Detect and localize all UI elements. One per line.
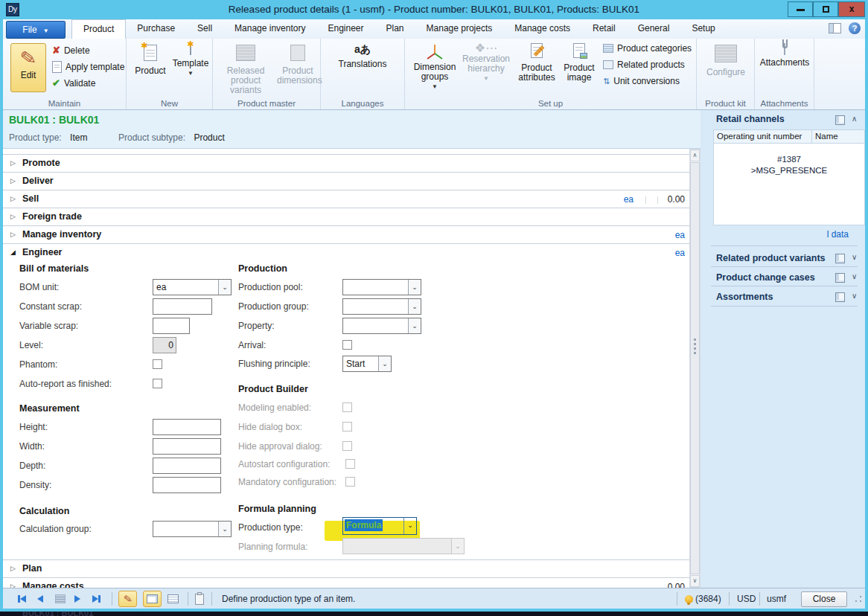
factbox-menu-icon[interactable] <box>835 254 845 263</box>
factbox-menu-icon[interactable] <box>835 292 845 302</box>
variable-scrap-input[interactable] <box>153 318 190 334</box>
measurement-header: Measurement <box>19 403 80 414</box>
product-image-button[interactable]: Product image <box>560 43 599 83</box>
chevron-down-icon[interactable]: ⌄ <box>378 356 391 371</box>
details-view-button[interactable] <box>143 591 162 607</box>
tab-sell[interactable]: Sell <box>186 19 223 39</box>
expand-chevron-icon[interactable]: ∨ <box>852 253 857 261</box>
new-product-button[interactable]: ✱ Product <box>131 45 170 76</box>
close-button[interactable]: Close <box>801 591 847 607</box>
chevron-down-icon[interactable]: ⌄ <box>408 280 421 295</box>
tab-general[interactable]: General <box>627 19 681 39</box>
density-input[interactable] <box>153 477 221 493</box>
fasttab-deliver[interactable]: ▷ Deliver <box>3 173 689 190</box>
tab-product[interactable]: Product <box>71 19 126 39</box>
company-indicator[interactable]: usmf <box>767 588 786 609</box>
translations-button[interactable]: aあ Translations <box>336 45 389 69</box>
chevron-down-icon[interactable]: ⌄ <box>218 280 231 295</box>
production-group-select[interactable]: ⌄ <box>342 298 421 315</box>
go-to-next-button[interactable] <box>74 588 80 609</box>
retail-channels-header[interactable]: Retail channels <box>716 114 785 124</box>
dimension-groups-button[interactable]: Dimension groups▼ <box>411 43 459 92</box>
data-link[interactable]: l data <box>827 229 849 240</box>
tab-engineer[interactable]: Engineer <box>316 19 374 39</box>
scroll-down-button[interactable]: ∨ <box>690 575 700 587</box>
product-categories-button[interactable]: Product categories <box>603 43 692 54</box>
edit-mode-button[interactable]: ✎ <box>118 591 137 607</box>
phantom-checkbox[interactable] <box>153 359 162 369</box>
expand-chevron-icon[interactable]: ∨ <box>852 292 857 300</box>
tab-manage-costs[interactable]: Manage costs <box>503 19 581 39</box>
close-window-button[interactable]: x <box>838 1 865 17</box>
fasttab-manage-inventory[interactable]: ▷ Manage inventory ea <box>3 226 689 244</box>
engineer-unit-link[interactable]: ea <box>675 248 685 258</box>
factbox-menu-icon[interactable] <box>835 273 845 283</box>
fasttab-promote[interactable]: ▷ Promote <box>3 155 689 173</box>
constant-scrap-input[interactable] <box>153 298 212 315</box>
arrival-checkbox[interactable] <box>342 340 352 350</box>
manage-inventory-unit-link[interactable]: ea <box>675 230 685 240</box>
height-input[interactable] <box>153 419 221 435</box>
scroll-up-button[interactable]: ∧ <box>690 150 700 161</box>
chevron-down-icon[interactable]: ⌄ <box>403 518 416 534</box>
grid-view-shortcut-icon[interactable] <box>55 588 66 609</box>
go-to-first-button[interactable] <box>18 588 26 609</box>
file-menu-button[interactable]: File▼ <box>6 21 66 39</box>
vertical-scrollbar[interactable]: ∧ ∨ <box>689 149 701 588</box>
expand-chevron-icon[interactable]: ∨ <box>852 272 857 280</box>
depth-input[interactable] <box>153 458 221 474</box>
fasttab-plan[interactable]: ▷ Plan <box>3 559 689 578</box>
new-template-button[interactable]: ✱ Template ▼ <box>170 45 211 78</box>
column-header-operating-unit[interactable]: Operating unit number <box>713 129 812 144</box>
collapse-chevron-icon[interactable]: ∧ <box>852 115 857 123</box>
resize-grip[interactable] <box>854 594 863 603</box>
tab-manage-inventory[interactable]: Manage inventory <box>223 19 316 39</box>
width-input[interactable] <box>153 438 221 455</box>
factbox-menu-icon[interactable] <box>835 115 845 125</box>
fasttab-engineer[interactable]: ◢ Engineer ea <box>3 244 689 262</box>
apply-template-button[interactable]: Apply template <box>52 61 124 73</box>
production-header: Production <box>238 263 287 274</box>
tab-manage-projects[interactable]: Manage projects <box>415 19 504 39</box>
fasttab-manage-costs[interactable]: ▷ Manage costs 0.00 <box>3 578 689 588</box>
edit-button[interactable]: ✎ Edit <box>10 43 46 92</box>
attachments-status-button[interactable] <box>195 588 204 609</box>
flushing-principle-select[interactable]: Start ⌄ <box>342 356 392 372</box>
go-to-last-button[interactable] <box>92 588 100 609</box>
tab-setup[interactable]: Setup <box>680 19 726 39</box>
calculation-group-select[interactable]: ⌄ <box>153 521 232 537</box>
calculation-header: Calculation <box>19 506 69 516</box>
chevron-down-icon[interactable]: ⌄ <box>408 299 421 314</box>
tab-purchase[interactable]: Purchase <box>126 19 186 39</box>
bom-unit-select[interactable]: ea ⌄ <box>153 279 232 295</box>
chevron-down-icon[interactable]: ⌄ <box>408 318 421 333</box>
help-icon[interactable]: ? <box>849 22 861 34</box>
attachments-button[interactable]: Attachments <box>758 45 811 68</box>
column-header-name[interactable]: Name <box>811 129 865 144</box>
fasttab-sell[interactable]: ▷ Sell ea 0.00 <box>3 190 689 208</box>
production-pool-select[interactable]: ⌄ <box>342 279 421 295</box>
delete-button[interactable]: ✘Delete <box>52 45 90 56</box>
currency-indicator[interactable]: USD <box>737 588 756 609</box>
tab-plan[interactable]: Plan <box>375 19 415 39</box>
auto-report-checkbox[interactable] <box>153 379 162 388</box>
fasttab-foreign-trade[interactable]: ▷ Foreign trade <box>3 208 689 226</box>
minimize-button[interactable] <box>788 1 813 17</box>
production-type-select[interactable]: Formula ⌄ <box>342 517 417 535</box>
chevron-down-icon[interactable]: ⌄ <box>218 522 231 536</box>
maximize-button[interactable] <box>813 1 838 17</box>
retail-channels-grid[interactable]: #1387 >MSG_PRESENCE <box>713 144 865 225</box>
notifications-button[interactable]: (3684) <box>685 588 721 609</box>
grid-view-button[interactable] <box>164 591 182 607</box>
sell-unit-link[interactable]: ea <box>624 194 634 205</box>
go-to-previous-button[interactable] <box>37 588 43 609</box>
product-attributes-button[interactable]: Product attributes <box>515 43 558 83</box>
tab-retail[interactable]: Retail <box>581 19 627 39</box>
related-products-button[interactable]: Related products <box>603 60 685 70</box>
validate-button[interactable]: ✔Validate <box>52 77 95 89</box>
layout-switch-icon[interactable] <box>829 23 841 33</box>
unit-conversions-button[interactable]: ⇅Unit conversions <box>603 76 680 86</box>
scrollbar-thumb[interactable] <box>690 162 700 574</box>
property-select[interactable]: ⌄ <box>342 318 421 334</box>
chevron-down-icon: ▼ <box>43 28 49 34</box>
